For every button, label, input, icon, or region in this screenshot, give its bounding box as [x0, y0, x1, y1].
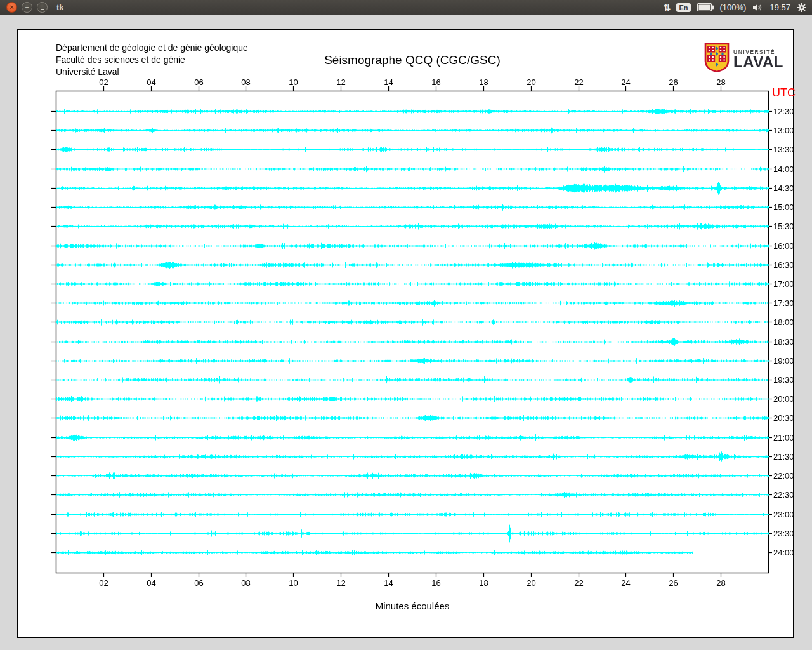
x-tick-label-bottom: 04: [147, 578, 155, 588]
x-tick-label-top: 24: [621, 77, 630, 87]
x-tick-label-top: 16: [431, 77, 440, 87]
institution-line-1: Département de géologie et de génie géol…: [56, 42, 248, 54]
x-tick-label-top: 08: [241, 77, 250, 87]
battery-percent-label: (100%): [720, 3, 747, 12]
minimize-button[interactable]: −: [22, 2, 32, 13]
trace-time-label: 20:00: [773, 394, 794, 404]
institution-line-2: Faculté des sciences et de génie: [56, 54, 248, 66]
x-tick-label-bottom: 08: [241, 578, 250, 588]
trace-time-label: 14:30: [773, 183, 794, 193]
volume-icon[interactable]: [752, 3, 763, 12]
trace-time-label: 24:00: [773, 548, 794, 557]
institution-header: Département de géologie et de génie géol…: [56, 42, 248, 78]
trace-time-label: 16:00: [773, 241, 794, 251]
x-tick-label-top: 20: [527, 77, 535, 87]
x-tick-label-bottom: 14: [384, 578, 393, 588]
universite-laval-logo: UNIVERSITÉ LAVAL: [704, 43, 783, 75]
x-tick-label-bottom: 28: [716, 578, 725, 588]
system-tray: ⇅ En (100%) 19:57: [664, 3, 807, 13]
x-tick-label-top: 22: [574, 77, 583, 87]
battery-icon[interactable]: [697, 3, 714, 11]
x-tick-label-top: 28: [716, 77, 725, 87]
seismograph-plot-canvas: [18, 30, 793, 637]
close-button[interactable]: ×: [6, 2, 17, 13]
x-tick-label-top: 18: [479, 77, 488, 87]
clock-label[interactable]: 19:57: [769, 3, 790, 12]
trace-time-label: 23:00: [773, 510, 794, 519]
close-icon: ×: [10, 4, 13, 11]
x-tick-label-top: 04: [147, 77, 155, 87]
x-tick-label-top: 06: [194, 77, 203, 87]
x-tick-label-bottom: 22: [574, 578, 583, 588]
trace-time-label: 19:30: [773, 375, 794, 385]
x-tick-label-bottom: 12: [336, 578, 345, 588]
settings-gear-icon[interactable]: [797, 3, 807, 13]
x-tick-label-top: 14: [384, 77, 393, 87]
trace-time-label: 19:00: [773, 356, 794, 366]
x-tick-label-top: 12: [336, 77, 345, 87]
network-updown-arrows-icon[interactable]: ⇅: [664, 3, 671, 13]
keyboard-layout-indicator[interactable]: En: [676, 3, 690, 12]
trace-time-label: 21:30: [773, 452, 794, 461]
x-tick-label-bottom: 26: [669, 578, 678, 588]
x-tick-label-bottom: 02: [99, 578, 108, 588]
x-tick-label-bottom: 10: [289, 578, 298, 588]
trace-time-label: 12:30: [773, 107, 794, 116]
utc-axis-label: UTC: [772, 86, 796, 100]
trace-time-label: 22:00: [773, 471, 794, 481]
x-tick-label-top: 02: [99, 77, 108, 87]
trace-time-label: 14:00: [773, 164, 794, 174]
x-tick-label-bottom: 24: [621, 578, 630, 588]
trace-time-label: 21:00: [773, 433, 794, 442]
trace-time-label: 23:30: [773, 529, 794, 538]
tk-application-window: Département de géologie et de génie géol…: [17, 29, 794, 638]
trace-time-label: 15:30: [773, 222, 794, 231]
chart-title: Séismographe QCQ (CGC/GSC): [324, 53, 501, 67]
trace-time-label: 17:00: [773, 279, 794, 289]
maximize-icon: [41, 6, 44, 10]
trace-time-label: 20:30: [773, 413, 794, 423]
x-tick-label-bottom: 06: [194, 578, 203, 588]
trace-time-label: 18:00: [773, 317, 794, 327]
window-controls: × −: [6, 2, 48, 13]
maximize-button[interactable]: [37, 2, 48, 13]
trace-time-label: 22:30: [773, 490, 794, 500]
laval-shield-icon: [704, 43, 730, 75]
titlebar[interactable]: × − tk ⇅ En (100%) 19:57: [0, 0, 812, 15]
trace-time-label: 16:30: [773, 260, 794, 270]
trace-time-label: 18:30: [773, 337, 794, 347]
trace-time-label: 15:00: [773, 202, 794, 212]
window-title: tk: [56, 3, 64, 12]
trace-time-label: 17:30: [773, 298, 794, 308]
x-tick-label-bottom: 16: [431, 578, 440, 588]
logo-laval-text: LAVAL: [733, 55, 783, 69]
minimize-icon: −: [25, 4, 29, 11]
institution-line-3: Université Laval: [56, 66, 248, 78]
trace-time-label: 13:30: [773, 145, 794, 154]
x-axis-title: Minutes écoulées: [376, 600, 450, 611]
trace-time-label: 13:00: [773, 126, 794, 135]
x-tick-label-bottom: 20: [527, 578, 535, 588]
x-tick-label-top: 10: [289, 77, 298, 87]
x-tick-label-bottom: 18: [479, 578, 488, 588]
x-tick-label-top: 26: [669, 77, 678, 87]
